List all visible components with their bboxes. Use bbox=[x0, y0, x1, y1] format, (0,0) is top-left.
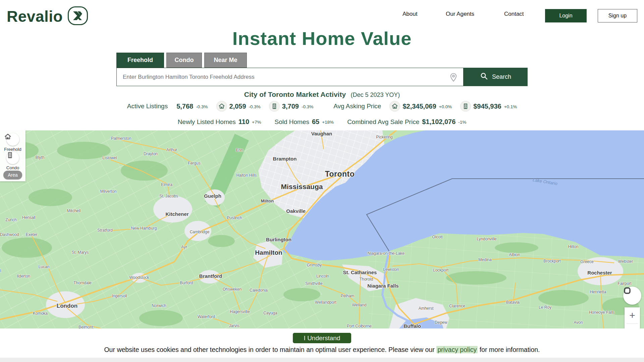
map-label: Le Roy bbox=[539, 305, 551, 310]
tab-near-me[interactable]: Near Me bbox=[204, 53, 247, 68]
map-label: Burford bbox=[180, 281, 193, 285]
asking-freehold-delta: +0.0% bbox=[439, 104, 452, 109]
house-icon bbox=[6, 133, 19, 146]
logo[interactable]: Revalio bbox=[7, 6, 88, 27]
signup-button[interactable]: Sign up bbox=[598, 9, 637, 22]
map-label: Henrietta bbox=[590, 290, 606, 294]
map-label: Dashwood bbox=[0, 232, 19, 237]
map-label: Cambridge bbox=[190, 230, 210, 234]
map-label: Brampton bbox=[273, 156, 297, 162]
map-freehold-label: Freehold bbox=[4, 147, 21, 152]
map-label: Batavia bbox=[506, 300, 520, 305]
cookie-message: Our website uses cookies and other techn… bbox=[0, 346, 644, 354]
map-label: Kitchener bbox=[165, 211, 189, 217]
sold-homes-value: 65 bbox=[312, 118, 319, 126]
active-condo-delta: -0.3% bbox=[302, 104, 313, 109]
market-activity-header: City of Toronto Market Activity (Dec 5 2… bbox=[0, 90, 644, 99]
map-label: Cayuga bbox=[263, 311, 277, 315]
map-label: Amherst bbox=[419, 306, 434, 311]
map-label: Pelham bbox=[341, 294, 355, 298]
search-icon bbox=[480, 72, 488, 82]
map-label: Olcott bbox=[432, 235, 442, 239]
active-freehold-delta: -0.3% bbox=[249, 104, 261, 109]
map-freehold-toggle[interactable]: Freehold bbox=[4, 133, 21, 152]
map-label: Drayton bbox=[144, 152, 158, 156]
map-label: Niagara-on-the-Lake bbox=[368, 251, 405, 256]
map-label: Fairport bbox=[618, 281, 631, 286]
search-input-wrap bbox=[116, 68, 464, 86]
active-condo-value: 3,709 bbox=[282, 103, 299, 110]
map-label: Woodstock bbox=[129, 275, 149, 280]
map-canvas[interactable]: TorontoMississaugaHamiltonLondonKitchene… bbox=[0, 130, 644, 328]
newly-listed-value: 110 bbox=[238, 118, 249, 126]
map-label: Vaughan bbox=[311, 131, 332, 136]
map-label: Belmont bbox=[78, 325, 93, 328]
nav-our-agents[interactable]: Our Agents bbox=[446, 11, 474, 17]
cookie-bottom-strip bbox=[0, 358, 644, 362]
map-label: Waterford bbox=[198, 314, 215, 319]
map-label: St. Catharines bbox=[343, 269, 377, 275]
map-label: Palmerston bbox=[111, 136, 131, 141]
map-label: Buffalo bbox=[404, 323, 421, 329]
map-label: Welland bbox=[352, 303, 366, 307]
map-draw-area-button[interactable] bbox=[623, 287, 641, 305]
login-button[interactable]: Login bbox=[545, 9, 587, 22]
map-label: Ayr bbox=[181, 245, 187, 249]
map-label: Burlington bbox=[266, 237, 291, 242]
map-label: Ohsweken bbox=[223, 287, 242, 292]
map-label: Avon bbox=[574, 320, 583, 325]
privacy-policy-link[interactable]: privacy policy bbox=[436, 346, 478, 353]
map-label: Ilderton bbox=[17, 274, 30, 279]
map-label: Hilton bbox=[568, 244, 579, 249]
map-label: Arthur bbox=[166, 147, 177, 152]
map-label: Mississauga bbox=[281, 183, 323, 191]
address-search-bar: Search bbox=[116, 68, 528, 86]
combined-avg-sale-value: $1,102,076 bbox=[422, 118, 455, 126]
map-label: Lyndonville bbox=[477, 237, 497, 241]
page: Revalio About Our Agents Contact Login S… bbox=[0, 0, 644, 362]
map-label: Lewiston bbox=[383, 267, 399, 272]
map-condo-toggle[interactable]: Condo bbox=[6, 152, 19, 170]
map-art bbox=[0, 130, 644, 328]
market-activity-period: (Dec 5 2023 YOY) bbox=[351, 92, 400, 98]
map-label: New Hamburg bbox=[131, 226, 157, 231]
address-search-input[interactable] bbox=[117, 68, 463, 86]
house-icon bbox=[390, 101, 400, 111]
search-button[interactable]: Search bbox=[464, 68, 528, 86]
map-zoom-control[interactable]: + bbox=[625, 307, 640, 328]
building-icon bbox=[6, 152, 19, 164]
map-label: Medina bbox=[478, 257, 491, 262]
map-label: Blyth bbox=[36, 155, 45, 160]
map-label: Clarence bbox=[449, 304, 465, 308]
map-label: Grimsby bbox=[307, 263, 322, 267]
building-icon bbox=[269, 101, 279, 111]
zoom-in-button[interactable]: + bbox=[625, 307, 640, 323]
map-label: Exeter bbox=[26, 232, 38, 237]
map-label: Guelph bbox=[204, 193, 221, 199]
map-area-button[interactable]: Area bbox=[3, 171, 22, 179]
avg-asking-price-label: Avg Asking Price bbox=[333, 103, 381, 110]
nav-contact[interactable]: Contact bbox=[504, 11, 524, 17]
nav-about[interactable]: About bbox=[402, 11, 417, 17]
map-label: St. Jacobs bbox=[159, 194, 178, 198]
map-label: Hensall bbox=[22, 215, 36, 220]
tab-condo[interactable]: Condo bbox=[166, 53, 202, 68]
logo-r-icon bbox=[67, 6, 88, 27]
map-label: Halton Hills bbox=[236, 173, 257, 178]
map-label: Caledonia bbox=[250, 288, 268, 293]
map-label: Hamilton bbox=[255, 249, 282, 256]
tab-freehold[interactable]: Freehold bbox=[116, 53, 164, 68]
map-label: Jarvis bbox=[229, 323, 239, 328]
asking-condo-delta: +0.1% bbox=[504, 104, 517, 109]
combined-avg-sale-label: Combined Avg Sale Price bbox=[347, 118, 419, 126]
map-label: Webster bbox=[618, 259, 633, 264]
cookie-accept-button[interactable]: I Understand bbox=[293, 333, 351, 343]
cookie-text-after: for more information. bbox=[478, 346, 540, 353]
map-label: Smithville bbox=[305, 281, 322, 286]
map-label: Thorold bbox=[360, 277, 373, 282]
map-label: London bbox=[57, 303, 77, 309]
building-icon bbox=[461, 101, 471, 111]
active-listings-delta: -0.3% bbox=[196, 104, 208, 109]
map-label: Lucan bbox=[39, 264, 50, 269]
cookie-text-before: Our website uses cookies and other techn… bbox=[104, 346, 436, 353]
